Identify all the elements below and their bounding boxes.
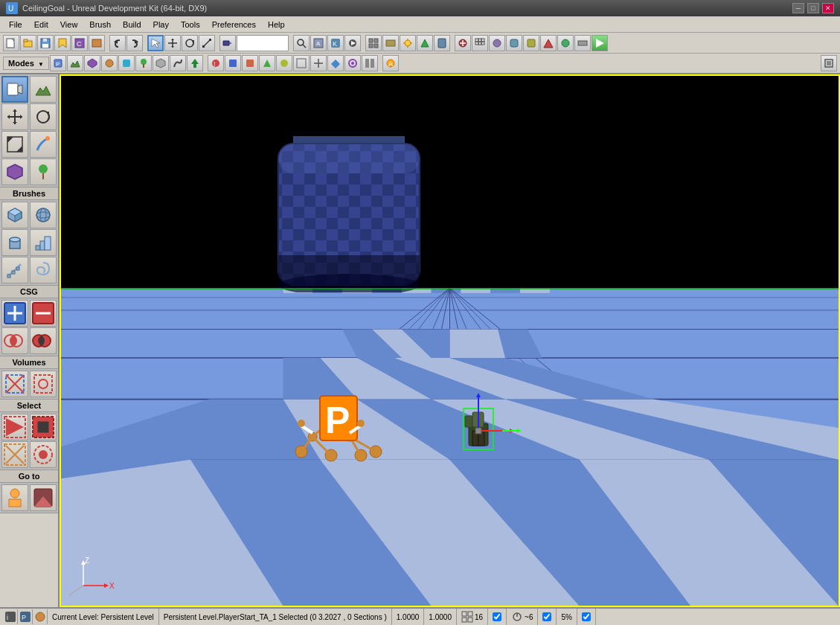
tb2-btn8[interactable]	[327, 55, 344, 71]
grid-snap-button[interactable]	[472, 35, 488, 51]
brush-sphere[interactable]	[30, 202, 57, 228]
zoom-toggle[interactable]	[582, 612, 591, 621]
csg-deintersect[interactable]	[30, 327, 57, 354]
mode-speedtree[interactable]	[187, 55, 203, 71]
lightmass-button[interactable]	[400, 35, 416, 51]
brush-staircase[interactable]	[30, 229, 57, 256]
bookmark-button[interactable]	[54, 35, 71, 51]
play-button[interactable]	[591, 35, 608, 51]
move-tool-button[interactable]	[164, 35, 181, 51]
mode-terrain[interactable]	[67, 55, 83, 71]
select-none-btn[interactable]	[1, 441, 28, 468]
mode-staticmesh[interactable]	[153, 55, 169, 71]
mode-placeable[interactable]: P	[50, 55, 66, 71]
angle-snap-toggle[interactable]	[542, 612, 551, 621]
menu-edit[interactable]: Edit	[28, 19, 54, 31]
statusbar-icon-3[interactable]	[33, 609, 48, 624]
menu-brush[interactable]: Brush	[83, 19, 117, 31]
scale-tool-button[interactable]	[199, 35, 215, 51]
menu-file[interactable]: File	[3, 19, 28, 31]
statusbar-icon-1[interactable]: i	[3, 609, 18, 624]
more-btn5[interactable]	[557, 35, 574, 51]
tb2-actor-class[interactable]: A	[382, 55, 399, 71]
panel-btn-geometry[interactable]	[1, 158, 28, 185]
search-button[interactable]	[293, 35, 310, 51]
tb2-maximize[interactable]	[821, 55, 837, 71]
matinee-button[interactable]	[344, 35, 361, 51]
actor-find-button[interactable]: A	[310, 35, 327, 51]
more-btn2[interactable]	[506, 35, 522, 51]
more-btn1[interactable]	[489, 35, 505, 51]
select-all-btn[interactable]	[1, 414, 28, 440]
more-btn3[interactable]	[523, 35, 539, 51]
build-all-button[interactable]	[417, 35, 433, 51]
select-tool-button[interactable]	[147, 35, 164, 51]
mode-foliage[interactable]	[135, 55, 152, 71]
panel-btn-foliage[interactable]	[30, 158, 57, 185]
maximize-button[interactable]: □	[807, 3, 819, 13]
goto-actor-btn[interactable]	[1, 484, 28, 511]
tb2-btn5[interactable]	[276, 55, 292, 71]
more-btn4[interactable]	[540, 35, 557, 51]
close-button[interactable]: ✕	[822, 3, 834, 13]
tb2-btn2[interactable]	[225, 55, 241, 71]
angle-snap-checkbox[interactable]	[538, 609, 557, 625]
minimize-button[interactable]: ─	[792, 3, 804, 13]
toolbar-btn2[interactable]	[89, 35, 105, 51]
mode-texture[interactable]	[101, 55, 118, 71]
select-invert-btn[interactable]	[30, 414, 57, 440]
tb2-btn9[interactable]	[344, 55, 361, 71]
snap-checkbox[interactable]	[488, 609, 507, 625]
new-button[interactable]	[3, 35, 19, 51]
undo-button[interactable]	[109, 35, 126, 51]
select-material-btn[interactable]	[30, 441, 57, 468]
tb2-btn10[interactable]	[362, 55, 378, 71]
tb2-btn7[interactable]	[310, 55, 327, 71]
panel-btn-scale[interactable]	[1, 131, 28, 158]
brush-cube[interactable]	[1, 202, 28, 228]
panel-btn-camera[interactable]	[1, 76, 28, 103]
content-browser-button[interactable]: C	[71, 35, 88, 51]
panel-btn-terrain[interactable]	[30, 76, 57, 103]
csg-add[interactable]	[1, 300, 28, 327]
panel-btn-paint[interactable]	[30, 131, 57, 158]
volume-blocking[interactable]	[1, 371, 28, 397]
rotate-tool-button[interactable]	[182, 35, 198, 51]
menu-help[interactable]: Help	[262, 19, 291, 31]
redo-button[interactable]	[126, 35, 143, 51]
surface-props-button[interactable]	[382, 35, 399, 51]
menu-play[interactable]: Play	[147, 19, 175, 31]
window-controls[interactable]: ─ □ ✕	[792, 3, 834, 13]
kismet-button[interactable]: K	[327, 35, 344, 51]
zoom-checkbox[interactable]	[577, 609, 596, 625]
brush-curved-stair[interactable]	[1, 257, 28, 283]
goto-surface-btn[interactable]	[30, 484, 57, 511]
save-button[interactable]	[37, 35, 54, 51]
more-btn6[interactable]	[574, 35, 591, 51]
build-lighting-button[interactable]	[434, 35, 450, 51]
open-button[interactable]	[20, 35, 36, 51]
csg-subtract[interactable]	[30, 300, 57, 327]
panel-btn-move[interactable]	[1, 103, 28, 130]
menu-build[interactable]: Build	[117, 19, 147, 31]
brush-spiral[interactable]	[30, 257, 57, 283]
mode-geometry[interactable]	[84, 55, 100, 71]
panel-btn-rotate[interactable]	[30, 103, 57, 130]
tb2-btn6[interactable]	[293, 55, 310, 71]
menu-tools[interactable]: Tools	[175, 19, 206, 31]
menu-view[interactable]: View	[54, 19, 84, 31]
csg-intersect[interactable]	[1, 327, 28, 354]
viewport-config-button[interactable]	[365, 35, 382, 51]
mode-mesh-paint[interactable]	[118, 55, 135, 71]
tb2-btn4[interactable]	[259, 55, 275, 71]
menu-preferences[interactable]: Preferences	[206, 19, 262, 31]
brush-cylinder[interactable]	[1, 229, 28, 256]
snap-toggle[interactable]	[493, 612, 501, 621]
camera-speed-button[interactable]	[219, 35, 236, 51]
coordinate-system-dropdown[interactable]: World ▼	[237, 35, 289, 51]
mode-spline[interactable]	[170, 55, 186, 71]
tb2-btn1[interactable]: !	[208, 55, 224, 71]
viewport[interactable]: P	[60, 74, 840, 607]
volume-trigger[interactable]	[30, 371, 57, 397]
tb2-btn3[interactable]	[242, 55, 258, 71]
